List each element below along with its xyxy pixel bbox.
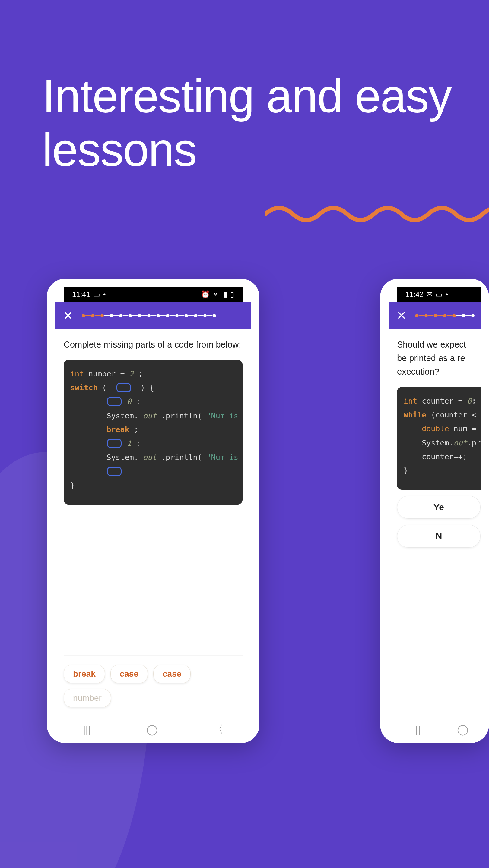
wifi-icon: ᯤ	[213, 290, 220, 299]
status-time: 11:41	[72, 290, 90, 299]
blank-slot-4[interactable]	[107, 467, 121, 476]
code-block: int counter = 0; while (counter < 10) do…	[397, 387, 481, 490]
status-time: 11:42	[405, 290, 424, 299]
answer-chips: breakcasecasenumber	[64, 655, 242, 707]
chip-break[interactable]: break	[64, 664, 105, 683]
progress-step	[184, 314, 188, 317]
progress-step	[100, 314, 104, 317]
progress-step	[156, 314, 160, 317]
answer-button[interactable]: Ye	[397, 496, 481, 519]
progress-track	[415, 314, 475, 317]
progress-step	[175, 314, 179, 317]
lesson-prompt: Should we expect be printed as a re exec…	[397, 338, 481, 378]
kw-switch: switch	[70, 383, 97, 392]
kw-int: int	[70, 370, 84, 378]
progress-step	[82, 314, 85, 317]
progress-step	[147, 314, 150, 317]
hero-line2: lessons	[42, 124, 197, 176]
home-icon[interactable]: ◯	[146, 723, 158, 735]
progress-step	[203, 314, 207, 317]
recent-apps-icon[interactable]: |||	[413, 724, 421, 735]
progress-step	[138, 314, 141, 317]
alarm-icon: ⏰	[201, 290, 210, 299]
chip-case[interactable]: case	[110, 664, 148, 683]
signal-icon: ▮	[223, 290, 227, 299]
code-block: int number = 2 ; switch ( ) { 0 : System…	[64, 360, 242, 504]
progress-step	[471, 314, 474, 317]
status-dots-icon: •	[103, 290, 106, 299]
close-icon[interactable]: ✕	[61, 307, 76, 324]
recent-apps-icon[interactable]: |||	[83, 724, 91, 735]
chip-number[interactable]: number	[64, 689, 111, 707]
status-pic-icon: ▭	[93, 290, 100, 299]
progress-step	[415, 314, 419, 317]
hero: Interesting and easy lessons	[42, 69, 489, 177]
progress-step	[434, 314, 437, 317]
lesson-prompt: Complete missing parts of a code from be…	[64, 338, 242, 351]
android-navbar: ||| ◯ 〈	[55, 716, 251, 743]
hero-line1: Interesting and easy	[42, 70, 451, 122]
back-icon[interactable]: 〈	[213, 722, 223, 736]
answer-button[interactable]: N	[397, 525, 481, 548]
close-icon[interactable]: ✕	[394, 307, 409, 324]
progress-step	[128, 314, 132, 317]
progress-step	[166, 314, 169, 317]
progress-step	[213, 314, 216, 317]
progress-step	[119, 314, 122, 317]
chip-case[interactable]: case	[153, 664, 191, 683]
phone-mockup-1: 11:41 ▭ • ⏰ ᯤ ▮ ▯ ✕ Complete missing par…	[47, 279, 259, 743]
answer-buttons: YeN	[397, 490, 481, 548]
kw-break: break	[107, 425, 129, 434]
status-bar: 11:41 ▭ • ⏰ ᯤ ▮ ▯	[64, 287, 242, 302]
home-icon[interactable]: ◯	[457, 723, 468, 735]
status-pic-icon: ▭	[436, 290, 442, 299]
progress-step	[194, 314, 197, 317]
progress-step	[91, 314, 94, 317]
squiggle-underline	[265, 202, 489, 226]
progress-step	[110, 314, 113, 317]
progress-step	[462, 314, 465, 317]
progress-step	[443, 314, 447, 317]
status-dots-icon: •	[445, 290, 448, 299]
blank-slot-3[interactable]	[107, 439, 121, 448]
status-bar: 11:42 ✉ ▭ •	[397, 287, 481, 302]
lesson-header: ✕	[389, 302, 481, 330]
battery-icon: ▯	[230, 290, 234, 299]
phone-mockup-2: 11:42 ✉ ▭ • ✕ Should we expect be printe…	[380, 279, 489, 743]
progress-step	[425, 314, 428, 317]
progress-step	[453, 314, 456, 317]
progress-track	[82, 314, 246, 317]
blank-slot-1[interactable]	[116, 383, 131, 392]
lesson-header: ✕	[55, 302, 251, 330]
blank-slot-2[interactable]	[107, 397, 121, 406]
android-navbar: ||| ◯	[389, 716, 481, 743]
messenger-icon: ✉	[427, 290, 433, 299]
